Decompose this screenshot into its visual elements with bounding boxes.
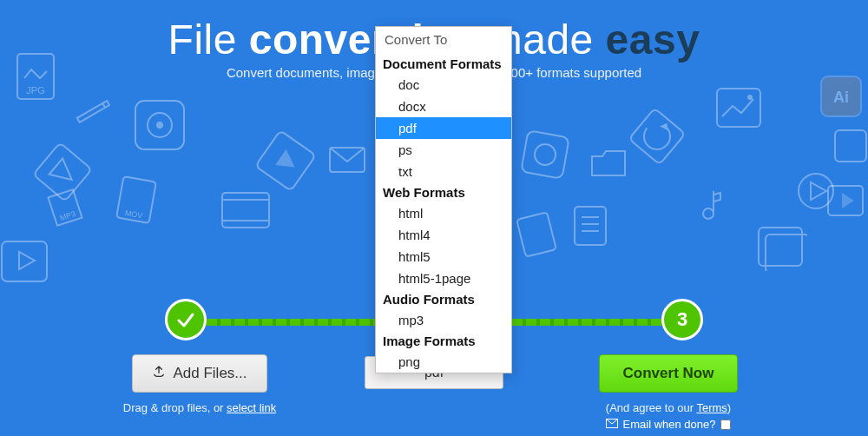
svg-point-27 [703,208,713,219]
upload-icon [152,365,166,383]
svg-rect-16 [255,130,316,191]
dropdown-item[interactable]: docx [376,96,511,117]
step-3-badge: 3 [661,299,703,340]
svg-rect-34 [821,76,861,116]
svg-rect-25 [629,109,686,165]
dropdown-item[interactable]: txt [376,161,511,182]
add-files-hint: Drag & drop files, or select link [87,401,312,414]
step-3-column: Convert Now (And agree to our Terms) Ema… [556,354,781,432]
dropdown-item[interactable]: mp3 [376,309,511,331]
dropdown-group-label: Audio Formats [376,289,511,309]
svg-rect-9 [33,142,92,201]
dropdown-group-label: Web Formats [376,182,511,202]
svg-rect-6 [135,101,184,149]
convert-now-button[interactable]: Convert Now [599,354,738,393]
add-files-label: Add Files... [173,365,247,382]
dropdown-item[interactable]: doc [376,74,511,96]
svg-rect-2 [2,241,47,281]
svg-text:MOV: MOV [124,208,143,220]
svg-marker-3 [19,252,35,269]
step-1-done-icon [165,299,207,340]
dropdown-item[interactable]: png [376,351,511,373]
email-when-done-checkbox[interactable] [720,419,731,430]
dropdown-group-label: Image Formats [376,331,511,351]
svg-text:Ai: Ai [833,89,849,106]
mail-icon [606,418,618,431]
dropdown-item[interactable]: html [376,202,511,224]
svg-text:JPG: JPG [26,85,44,96]
step-1-column: Add Files... Drag & drop files, or selec… [87,354,312,414]
dropdown-item[interactable]: html5-1page [376,268,511,289]
svg-marker-17 [275,149,300,175]
svg-rect-31 [766,235,807,271]
svg-point-7 [148,113,172,137]
svg-rect-11 [116,176,156,223]
terms-hint: (And agree to our Terms) [556,401,781,414]
terms-link[interactable]: Terms [696,401,727,414]
dropdown-item[interactable]: html5 [376,246,511,268]
add-files-button[interactable]: Add Files... [132,354,266,393]
svg-rect-30 [759,228,802,266]
dropdown-item[interactable]: ps [376,139,511,161]
select-link[interactable]: select link [227,401,276,414]
svg-rect-37 [828,186,863,215]
svg-point-32 [799,174,833,208]
svg-point-8 [156,122,163,129]
svg-rect-13 [222,193,269,228]
svg-marker-26 [660,121,671,132]
svg-rect-28 [717,89,760,127]
svg-rect-39 [516,212,556,256]
svg-marker-4 [48,189,82,226]
svg-marker-33 [811,182,826,200]
convert-to-dropdown[interactable]: Convert To Document Formatsdocdocxpdfpst… [375,26,512,373]
svg-rect-36 [835,130,866,162]
convert-now-label: Convert Now [623,365,714,382]
dropdown-title: Convert To [376,27,511,54]
svg-text:MP3: MP3 [59,209,77,222]
dropdown-group-label: Document Formats [376,54,511,74]
svg-rect-19 [521,130,569,179]
svg-rect-18 [330,148,365,172]
svg-point-29 [747,95,753,100]
email-when-done-label: Email when done? [623,418,716,431]
svg-marker-38 [842,193,854,208]
svg-marker-10 [49,158,79,188]
dropdown-item[interactable]: pdf [376,117,511,139]
svg-rect-21 [575,207,606,245]
svg-point-20 [533,142,557,167]
dropdown-item[interactable]: html4 [376,224,511,246]
